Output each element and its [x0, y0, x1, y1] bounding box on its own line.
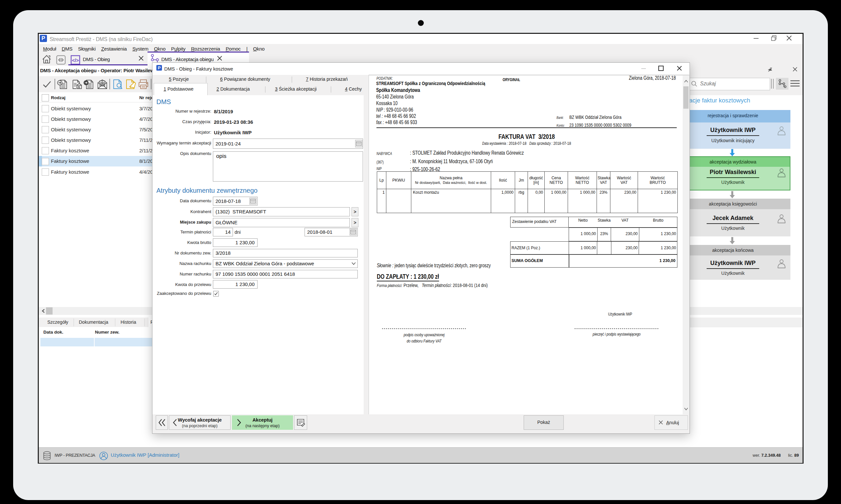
svg-text:</>: </> [72, 58, 79, 63]
